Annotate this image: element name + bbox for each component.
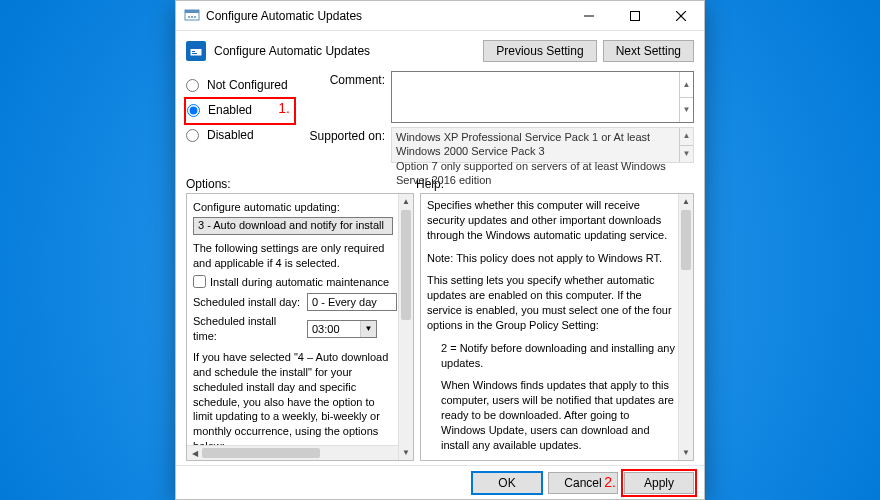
chevron-down-icon[interactable]: ▼ bbox=[679, 146, 693, 163]
app-icon bbox=[184, 8, 200, 24]
radio-not-configured[interactable]: Not Configured bbox=[186, 75, 296, 95]
svg-point-4 bbox=[194, 16, 196, 18]
svg-rect-11 bbox=[192, 51, 195, 52]
scrollbar-thumb[interactable] bbox=[681, 210, 691, 270]
radio-label: Enabled bbox=[208, 103, 252, 117]
chevron-down-icon[interactable]: ▼ bbox=[360, 321, 376, 337]
maximize-button[interactable] bbox=[612, 1, 658, 31]
limit-occurrence-note: If you have selected "4 – Auto download … bbox=[193, 350, 397, 445]
radio-label: Disabled bbox=[207, 128, 254, 142]
radio-disabled-input[interactable] bbox=[186, 129, 199, 142]
annotation-2: 2. bbox=[604, 474, 616, 490]
previous-setting-button[interactable]: Previous Setting bbox=[483, 40, 596, 62]
radio-enabled-input[interactable] bbox=[187, 104, 200, 117]
chevron-up-icon[interactable]: ▲ bbox=[679, 128, 693, 146]
scroll-up-icon[interactable]: ▲ bbox=[399, 194, 413, 209]
svg-point-3 bbox=[191, 16, 193, 18]
chevron-down-icon[interactable]: ▼ bbox=[679, 98, 693, 123]
scroll-up-icon[interactable]: ▲ bbox=[679, 194, 693, 209]
next-setting-button[interactable]: Next Setting bbox=[603, 40, 694, 62]
titlebar: Configure Automatic Updates bbox=[176, 1, 704, 31]
scheduled-time-label: Scheduled install time: bbox=[193, 314, 303, 344]
annotation-1: 1. bbox=[278, 100, 290, 116]
subheader-title: Configure Automatic Updates bbox=[214, 44, 477, 58]
top-settings-area: Not Configured Enabled 1. Disabled Comme… bbox=[176, 71, 704, 173]
dialog-configure-automatic-updates: Configure Automatic Updates Configure Au… bbox=[175, 0, 705, 500]
svg-point-2 bbox=[188, 16, 190, 18]
scroll-down-icon[interactable]: ▼ bbox=[399, 445, 413, 460]
svg-rect-1 bbox=[185, 10, 199, 13]
help-text: Note: This policy does not apply to Wind… bbox=[427, 251, 677, 266]
ok-button[interactable]: OK bbox=[472, 472, 542, 494]
svg-rect-6 bbox=[631, 11, 640, 20]
comment-spinner[interactable]: ▲▼ bbox=[679, 72, 693, 122]
svg-rect-10 bbox=[190, 46, 202, 49]
scrollbar-thumb[interactable] bbox=[202, 448, 320, 458]
close-button[interactable] bbox=[658, 1, 704, 31]
svg-rect-12 bbox=[192, 53, 197, 54]
scroll-left-icon[interactable]: ◀ bbox=[187, 449, 202, 458]
scrollbar-thumb[interactable] bbox=[401, 210, 411, 320]
supported-on-text: Windows XP Professional Service Pack 1 o… bbox=[391, 127, 694, 163]
options-pane: Configure automatic updating: 3 - Auto d… bbox=[186, 193, 414, 461]
help-text: 2 = Notify before downloading and instal… bbox=[427, 341, 677, 371]
comment-textarea[interactable]: ▲▼ bbox=[391, 71, 694, 123]
radio-disabled[interactable]: Disabled bbox=[186, 125, 296, 145]
options-vertical-scrollbar[interactable]: ▲ ▼ bbox=[398, 194, 413, 460]
scheduled-day-select[interactable]: 0 - Every day bbox=[307, 293, 397, 311]
radio-label: Not Configured bbox=[207, 78, 288, 92]
desktop-background: Configure Automatic Updates Configure Au… bbox=[0, 0, 880, 500]
options-heading: Options: bbox=[186, 177, 416, 191]
minimize-button[interactable] bbox=[566, 1, 612, 31]
help-pane: Specifies whether this computer will rec… bbox=[420, 193, 694, 461]
configure-updating-select[interactable]: 3 - Auto download and notify for install bbox=[193, 217, 393, 235]
supported-spinner[interactable]: ▲▼ bbox=[679, 128, 693, 162]
apply-button[interactable]: Apply bbox=[624, 472, 694, 494]
state-radios: Not Configured Enabled 1. Disabled bbox=[186, 71, 296, 167]
install-during-maintenance-checkbox[interactable]: Install during automatic maintenance bbox=[193, 275, 397, 290]
help-text: Specifies whether this computer will rec… bbox=[427, 198, 677, 243]
radio-not-configured-input[interactable] bbox=[186, 79, 199, 92]
scheduled-day-label: Scheduled install day: bbox=[193, 295, 303, 310]
window-title: Configure Automatic Updates bbox=[206, 9, 566, 23]
configure-updating-label: Configure automatic updating: bbox=[193, 200, 397, 215]
scheduled-time-select[interactable]: 03:00▼ bbox=[307, 320, 377, 338]
options-horizontal-scrollbar[interactable]: ◀ ▶ bbox=[187, 445, 413, 460]
help-text: When Windows finds updates that apply to… bbox=[427, 378, 677, 452]
policy-icon bbox=[186, 41, 206, 61]
annotation-box-1: Enabled 1. bbox=[184, 97, 296, 125]
dialog-footer: 2. OK Cancel Apply bbox=[176, 465, 704, 499]
supported-on-label: Supported on: bbox=[296, 127, 391, 163]
chevron-up-icon[interactable]: ▲ bbox=[679, 72, 693, 98]
install-during-maintenance-input[interactable] bbox=[193, 275, 206, 288]
radio-enabled[interactable]: Enabled bbox=[187, 100, 268, 120]
scroll-down-icon[interactable]: ▼ bbox=[679, 445, 693, 460]
comment-label: Comment: bbox=[296, 71, 391, 123]
help-text: This setting lets you specify whether au… bbox=[427, 273, 677, 332]
subheader: Configure Automatic Updates Previous Set… bbox=[176, 31, 704, 71]
help-vertical-scrollbar[interactable]: ▲ ▼ bbox=[678, 194, 693, 460]
following-settings-note: The following settings are only required… bbox=[193, 241, 397, 271]
